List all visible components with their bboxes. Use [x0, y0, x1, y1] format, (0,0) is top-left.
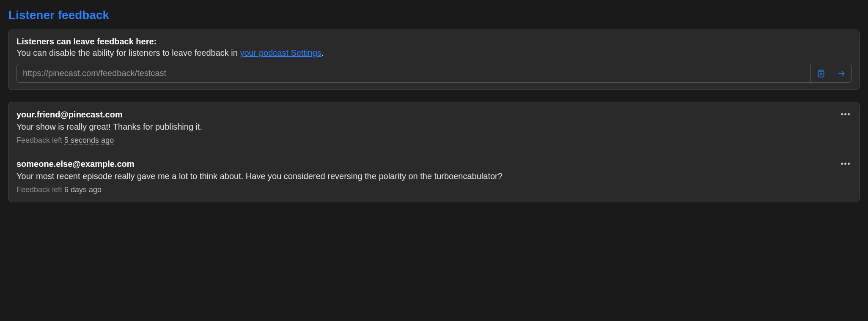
feedback-url-heading: Listeners can leave feedback here:: [16, 37, 852, 46]
feedback-time: 5 seconds ago: [64, 136, 114, 145]
feedback-list-card: your.friend@pinecast.com Your show is re…: [8, 102, 860, 202]
more-horizontal-icon: [841, 113, 843, 115]
more-horizontal-icon: [848, 113, 850, 115]
copy-url-button[interactable]: [810, 64, 831, 82]
open-url-button[interactable]: [831, 64, 851, 82]
subtext-suffix: .: [321, 48, 324, 57]
feedback-url-subtext: You can disable the ability for listener…: [16, 48, 852, 58]
feedback-item: your.friend@pinecast.com Your show is re…: [16, 110, 852, 145]
feedback-email: someone.else@example.com: [16, 159, 830, 169]
feedback-meta-prefix: Feedback left: [16, 185, 64, 194]
arrow-right-icon: [837, 69, 846, 78]
more-horizontal-icon: [841, 163, 843, 165]
feedback-body: Your most recent episode really gave me …: [16, 171, 830, 181]
feedback-timestamp: Feedback left 6 days ago: [16, 185, 830, 194]
feedback-more-button[interactable]: [839, 112, 852, 117]
feedback-url-input[interactable]: [17, 64, 810, 82]
feedback-time: 6 days ago: [64, 185, 102, 194]
feedback-url-row: [16, 64, 852, 83]
feedback-body: Your show is really great! Thanks for pu…: [16, 122, 830, 132]
feedback-url-card: Listeners can leave feedback here: You c…: [8, 30, 860, 90]
feedback-meta-prefix: Feedback left: [16, 136, 64, 144]
feedback-more-button[interactable]: [839, 161, 852, 166]
more-horizontal-icon: [848, 163, 850, 165]
svg-rect-0: [819, 70, 822, 71]
feedback-email: your.friend@pinecast.com: [16, 110, 830, 120]
clipboard-icon: [817, 69, 825, 78]
feedback-item: someone.else@example.com Your most recen…: [16, 159, 852, 194]
page-title: Listener feedback: [8, 8, 860, 22]
podcast-settings-link[interactable]: your podcast Settings: [240, 48, 321, 57]
feedback-timestamp: Feedback left 5 seconds ago: [16, 136, 830, 145]
more-horizontal-icon: [844, 113, 846, 115]
subtext-prefix: You can disable the ability for listener…: [16, 48, 240, 57]
more-horizontal-icon: [844, 163, 846, 165]
